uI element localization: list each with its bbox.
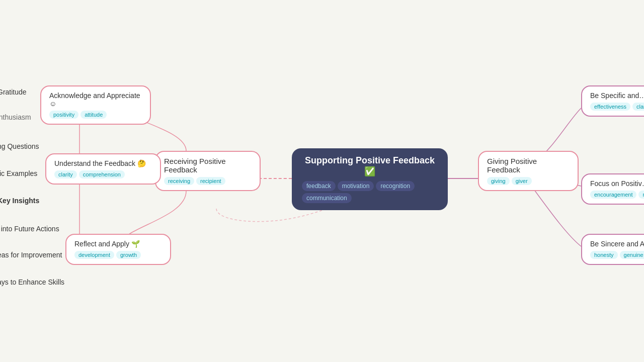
tag-positivity: positivity: [49, 111, 78, 119]
mindmap-canvas: Supporting Positive Feedback ✅ feedback …: [0, 0, 644, 362]
giving-node-tags: giving giver: [487, 177, 570, 185]
tag-growth: growth: [116, 251, 141, 259]
edge-specific-examples: fic Examples: [0, 169, 37, 177]
edge-enthusiasm: enthusiasm: [0, 113, 31, 121]
understand-node[interactable]: Understand the Feedback 🤔 clarity compre…: [45, 153, 161, 185]
focus-node-title: Focus on Positiv…: [590, 179, 644, 188]
tag-giving: giving: [487, 177, 510, 185]
understand-node-tags: clarity comprehension: [54, 170, 152, 178]
tag-honesty: honesty: [590, 251, 618, 259]
edge-asking-questions: ng Questions: [0, 142, 39, 150]
tag-clarity-right: clarit…: [632, 103, 644, 111]
edge-ideas-improvement: eas for Improvement: [0, 251, 62, 259]
tag-encouragement: encouragement: [590, 191, 636, 199]
central-node[interactable]: Supporting Positive Feedback ✅ feedback …: [292, 148, 448, 210]
understand-node-title: Understand the Feedback 🤔: [54, 159, 152, 167]
sincere-node[interactable]: Be Sincere and A… honesty genuine: [581, 234, 644, 265]
edge-gratitude: Gratitude: [0, 88, 27, 96]
focus-node-tags: encouragement m…: [590, 191, 644, 199]
tag-communication: communication: [302, 193, 352, 203]
tag-receiving: receiving: [164, 177, 194, 185]
focus-node[interactable]: Focus on Positiv… encouragement m…: [581, 173, 644, 205]
tag-genuine: genuine: [620, 251, 644, 259]
specific-node-tags: effectiveness clarit…: [590, 103, 644, 111]
edge-key-insights: Key Insights: [0, 197, 39, 205]
giving-node-title: Giving Positive Feedback: [487, 157, 570, 174]
sincere-node-tags: honesty genuine: [590, 251, 644, 259]
sincere-node-title: Be Sincere and A…: [590, 240, 644, 248]
acknowledge-node-title: Acknowledge and Appreciate ☺: [49, 92, 142, 108]
acknowledge-node-tags: positivity attitude: [49, 111, 142, 119]
edge-ways-enhance: ays to Enhance Skills: [0, 278, 64, 286]
tag-giver: giver: [512, 177, 532, 185]
tag-m: m…: [638, 191, 644, 199]
reflect-node-title: Reflect and Apply 🌱: [74, 240, 162, 248]
reflect-node-tags: development growth: [74, 251, 162, 259]
tag-attitude: attitude: [80, 111, 107, 119]
receiving-node-tags: receiving recipient: [164, 177, 252, 185]
edge-future-actions: e into Future Actions: [0, 225, 59, 233]
receiving-node[interactable]: Receiving Positive Feedback receiving re…: [155, 151, 261, 191]
tag-clarity: clarity: [54, 170, 77, 178]
tag-recognition: recognition: [376, 181, 415, 191]
specific-node[interactable]: Be Specific and… effectiveness clarit…: [581, 85, 644, 117]
tag-motivation: motivation: [338, 181, 374, 191]
giving-node[interactable]: Giving Positive Feedback giving giver: [478, 151, 579, 191]
central-node-title: Supporting Positive Feedback ✅: [302, 155, 438, 177]
specific-node-title: Be Specific and…: [590, 92, 644, 100]
central-node-tags: feedback motivation recognition communic…: [302, 181, 438, 203]
tag-development: development: [74, 251, 114, 259]
tag-recipient: recipient: [196, 177, 225, 185]
reflect-node[interactable]: Reflect and Apply 🌱 development growth: [65, 234, 171, 265]
receiving-node-title: Receiving Positive Feedback: [164, 157, 252, 174]
tag-comprehension: comprehension: [79, 170, 125, 178]
acknowledge-node[interactable]: Acknowledge and Appreciate ☺ positivity …: [40, 85, 151, 125]
tag-effectiveness: effectiveness: [590, 103, 630, 111]
tag-feedback: feedback: [302, 181, 336, 191]
